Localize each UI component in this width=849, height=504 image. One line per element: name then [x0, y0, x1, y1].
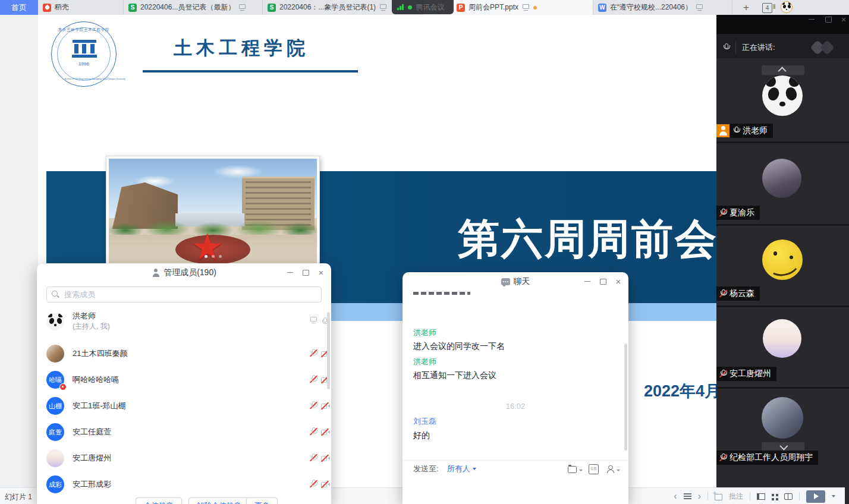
normal-view-icon[interactable] — [757, 493, 765, 500]
panel-maximize-button[interactable] — [595, 272, 611, 291]
user-avatar[interactable] — [781, 1, 793, 13]
mic-on-icon — [732, 127, 740, 136]
member-search-box[interactable] — [46, 286, 322, 303]
speaking-mic-icon — [722, 43, 730, 52]
member-search-input[interactable] — [63, 289, 316, 300]
avatar-initials: 山棚 — [46, 397, 64, 415]
new-tab-button[interactable]: + — [743, 0, 749, 15]
slide-date-text: 2022年4月 — [644, 380, 721, 402]
divider — [799, 492, 800, 500]
mic-muted-icon[interactable] — [310, 401, 317, 410]
prev-slide-button[interactable]: ‹ — [674, 492, 677, 501]
member-row[interactable]: 安工唐燿州 — [37, 445, 331, 471]
camera-off-icon[interactable] — [321, 402, 330, 410]
slideshow-play-button[interactable] — [806, 490, 825, 503]
participant-nametag: 纪检部工作人员周翔宇 — [716, 451, 818, 465]
presentation-icon: P — [457, 4, 465, 12]
mic-muted-icon[interactable] — [310, 453, 317, 462]
participant-tile[interactable]: 夏渝乐 — [716, 143, 849, 224]
tab-doc[interactable]: W 在“遵守校规校...220406） — [593, 0, 732, 15]
chat-sender-name: 洪老师 — [413, 357, 436, 367]
annotate-label[interactable]: 批注 — [729, 492, 743, 502]
collapse-strip-button[interactable] — [762, 65, 804, 75]
next-slide-button[interactable]: › — [698, 492, 701, 501]
chat-message-text: 进入会议的同学改一下名 — [413, 341, 505, 352]
mic-muted-icon[interactable] — [310, 480, 317, 489]
window-close-button[interactable]: × — [837, 12, 849, 27]
photo-carousel-dots[interactable] — [109, 255, 317, 258]
slideshow-options-caret[interactable] — [832, 495, 835, 497]
camera-off-icon[interactable] — [321, 480, 330, 488]
participant-tile[interactable]: 杨云森 — [716, 226, 849, 305]
mic-muted-icon[interactable] — [310, 427, 317, 436]
reading-view-icon[interactable] — [784, 493, 793, 500]
window-restore-button[interactable] — [822, 12, 835, 27]
meeting-mini-widget[interactable]: 腾讯会议 — [392, 0, 454, 14]
chat-panel-titlebar[interactable]: 聊天 × — [403, 272, 628, 291]
chat-bubble-icon — [501, 278, 510, 285]
announcement-icon[interactable]: 公告 — [589, 464, 599, 474]
panel-maximize-button[interactable] — [298, 263, 313, 282]
avatar-initials: 成彩 — [46, 475, 64, 493]
monitor-icon — [238, 4, 246, 11]
camera-off-icon[interactable] — [321, 454, 330, 462]
college-seal-logo: 重庆三峡学院土木工程学院 1996 School Of Civil Engine… — [51, 21, 117, 87]
divider — [750, 492, 750, 500]
avatar-smiley — [762, 240, 803, 280]
screen-share-icon[interactable] — [310, 317, 318, 323]
unmute-all-button[interactable]: 解除全体静音 — [188, 497, 250, 504]
chat-input-area[interactable] — [403, 477, 628, 504]
member-row[interactable]: 21土木四班秦颜 — [37, 341, 331, 367]
member-row[interactable]: 成彩 安工邢成彩 — [37, 471, 331, 497]
mic-muted-icon[interactable] — [310, 375, 317, 384]
member-list-scrollbar[interactable] — [327, 312, 330, 389]
chat-panel-title: 聊天 — [514, 276, 530, 287]
slide-sorter-view-icon[interactable] — [772, 494, 774, 496]
chat-timestamp: 16:02 — [403, 402, 628, 411]
member-filter-icon[interactable] — [606, 465, 614, 473]
camera-off-icon[interactable] — [321, 428, 330, 436]
mic-muted-icon — [719, 370, 727, 379]
slide-header-underline — [143, 70, 358, 73]
member-row[interactable]: 山棚 安工1班-郑山棚 — [37, 393, 331, 419]
chat-scrollbar[interactable] — [624, 344, 627, 451]
participant-nametag: 夏渝乐 — [716, 206, 760, 220]
tab-count-badge[interactable]: 4 — [762, 3, 772, 13]
tab-docer[interactable]: 稻壳 — [38, 0, 124, 15]
member-row[interactable]: 洪老师 (主持人, 我) — [37, 308, 331, 338]
panel-close-button[interactable]: × — [313, 263, 329, 282]
mic-muted-icon[interactable] — [310, 349, 317, 358]
clipped-message-remnant — [413, 292, 470, 295]
file-folder-icon[interactable] — [568, 465, 577, 472]
member-panel-titlebar[interactable]: 管理成员(190) × — [37, 263, 331, 282]
participant-tile[interactable]: 洪老师 — [716, 58, 849, 141]
tab-home[interactable]: 首页 — [0, 0, 38, 15]
avatar-initials: 庭萱 — [46, 423, 64, 441]
panel-close-button[interactable]: × — [611, 272, 626, 291]
slide-header-title: 土木工程学院 — [174, 36, 309, 61]
avatar-photo — [46, 345, 64, 363]
tab-sheet-1[interactable]: S 20220406...员登记表（最新） — [124, 0, 263, 15]
send-to-label: 发送至: — [413, 464, 439, 474]
slide-list-icon[interactable] — [684, 493, 691, 499]
annotate-icon[interactable] — [715, 493, 722, 500]
window-minimize-button[interactable] — [805, 12, 818, 27]
chat-sender-name: 刘玉磊 — [413, 416, 436, 427]
seal-ring-top-text: 重庆三峡学院土木工程学院 — [55, 27, 112, 33]
member-row[interactable]: 庭萱 安工任庭萱 — [37, 419, 331, 445]
host-badge-icon — [716, 124, 729, 137]
more-button[interactable]: 更多 — [246, 497, 278, 504]
member-filter-caret-icon[interactable] — [617, 470, 620, 471]
panel-minimize-button[interactable] — [580, 272, 595, 291]
panel-minimize-button[interactable] — [282, 263, 298, 282]
participant-name: 安工唐燿州 — [729, 368, 771, 379]
red-badge-icon — [59, 383, 67, 390]
mute-all-button[interactable]: 全体静音 — [136, 497, 182, 504]
send-to-selector[interactable]: 所有人 — [447, 464, 476, 474]
member-row[interactable]: 哈嗝 啊哈哈哈哈嗝 — [37, 367, 331, 393]
participant-tile[interactable]: 安工唐燿州 — [716, 307, 849, 387]
spreadsheet-icon: S — [268, 4, 276, 12]
folder-caret-icon[interactable] — [579, 470, 583, 471]
mic-active-dot-icon — [408, 5, 412, 10]
participant-tile[interactable]: 纪检部工作人员周翔宇 — [716, 389, 849, 504]
